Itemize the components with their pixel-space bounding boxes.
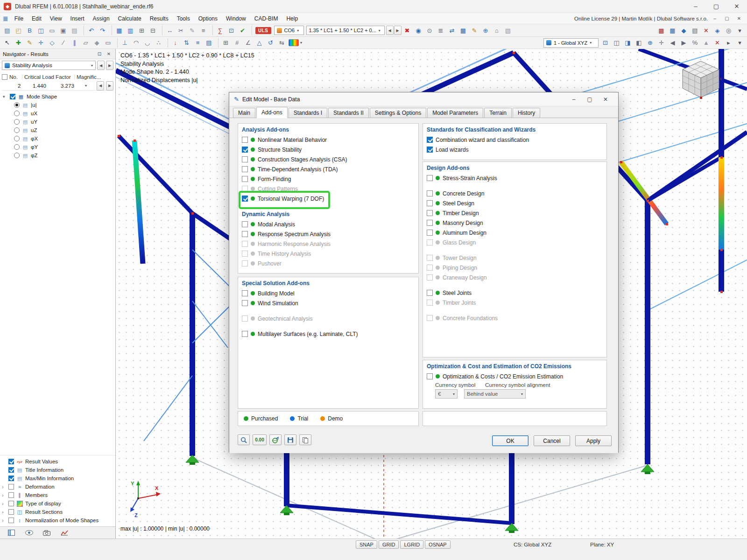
toolbar-icon[interactable]: ▤	[204, 38, 214, 48]
toolbar-icon[interactable]: ≣	[436, 25, 446, 35]
addon-checkbox[interactable]	[427, 175, 433, 181]
display-checkbox[interactable]	[8, 476, 14, 481]
menu-item[interactable]: Calculate	[114, 13, 146, 24]
toolbar-icon[interactable]: ✎	[24, 38, 35, 48]
menu-item[interactable]: Options	[194, 13, 222, 24]
navigation-cube[interactable]: x	[680, 58, 723, 101]
addon-row[interactable]: Construction Stages Analysis (CSA)	[238, 154, 418, 164]
search-button[interactable]	[238, 434, 250, 445]
addon-row[interactable]: Torsional Warping (7 DOF)	[238, 194, 418, 203]
menu-item[interactable]: Insert	[66, 13, 89, 24]
toolbar-icon[interactable]: ↺	[265, 38, 276, 48]
addon-checkbox[interactable]	[242, 176, 248, 182]
optimization-checkbox[interactable]	[427, 373, 433, 379]
addon-checkbox[interactable]	[242, 241, 248, 247]
toolbar-icon[interactable]: ↖	[2, 38, 13, 48]
addon-row[interactable]: Timber Design	[423, 208, 606, 218]
addon-checkbox[interactable]	[242, 147, 248, 153]
menu-item[interactable]: CAD-BIM	[250, 13, 282, 24]
toolbar-icon[interactable]: ◀	[667, 38, 678, 48]
ok-button[interactable]: OK	[492, 435, 529, 446]
toolbar-icon[interactable]: ⊡	[226, 25, 237, 35]
window-minimize-button[interactable]: –	[685, 0, 706, 13]
window-close-button[interactable]: ✕	[726, 0, 747, 13]
dialog-tab[interactable]: Terrain	[484, 108, 512, 118]
mode-radio[interactable]	[14, 111, 20, 116]
addon-row[interactable]: Form-Finding	[238, 174, 418, 184]
display-checkbox[interactable]	[8, 467, 14, 473]
addon-checkbox[interactable]	[427, 290, 433, 296]
snap-toggle-button[interactable]: LGRID	[400, 540, 423, 549]
toolbar-icon[interactable]: ▦	[667, 25, 678, 35]
standards-checkbox[interactable]	[427, 137, 433, 143]
addon-row[interactable]: Pushover	[238, 259, 418, 268]
mdi-maximize-button[interactable]: ▢	[722, 14, 732, 23]
toolbar-icon[interactable]: ≡	[198, 25, 209, 35]
addon-checkbox[interactable]	[427, 210, 433, 216]
mode-shape-option[interactable]: φY	[3, 143, 115, 151]
toolbar-icon[interactable]: ∥	[69, 38, 80, 48]
navigator-close-icon[interactable]: ✕	[105, 50, 113, 58]
addon-checkbox[interactable]	[427, 274, 433, 280]
toolbar-icon[interactable]: ⊡	[600, 38, 611, 48]
addon-row[interactable]: Structure Stability	[238, 145, 418, 154]
analysis-type-selector[interactable]: Stability Analysis ▾	[2, 61, 96, 70]
mode-radio[interactable]	[14, 144, 20, 150]
addon-checkbox[interactable]	[242, 331, 248, 337]
toolbar-icon[interactable]: ✎	[469, 25, 480, 35]
toolbar-icon[interactable]: ◈	[712, 25, 723, 35]
toolbar-icon[interactable]: B	[24, 25, 35, 35]
save-favorite-button[interactable]	[284, 434, 296, 445]
toolbar-icon[interactable]: ▱	[80, 38, 91, 48]
snap-toggle-button[interactable]: OSNAP	[425, 540, 451, 549]
toolbar-icon[interactable]: ⇅	[181, 38, 192, 48]
expander-icon[interactable]	[2, 501, 6, 506]
app-menu-icon[interactable]: ≣	[3, 15, 8, 22]
toolbar-icon[interactable]: #	[232, 38, 242, 48]
toolbar-icon[interactable]: ◰	[13, 25, 24, 35]
toolbar-icon[interactable]: △	[254, 38, 265, 48]
toolbar-icon[interactable]: ✛	[656, 38, 667, 48]
dialog-titlebar[interactable]: ✎ Edit Model - Base Data – ▢ ✕	[229, 92, 618, 106]
addon-row[interactable]: Harmonic Response Analysis	[238, 239, 418, 249]
mode-radio[interactable]	[14, 153, 20, 158]
menu-item[interactable]: Results	[146, 13, 173, 24]
toolbar-icon[interactable]: ↷	[97, 25, 108, 35]
display-checkbox[interactable]	[8, 501, 14, 506]
optimization-row[interactable]: Optimization & Costs / CO2 Emission Esti…	[423, 371, 606, 381]
color-scale-icon[interactable]	[289, 39, 299, 46]
apply-button[interactable]: Apply	[575, 435, 612, 446]
load-formula-combo[interactable]: 1.35 * LC1 + 1.50 * LC2 + 0... ▾	[306, 26, 385, 35]
toolbar-icon[interactable]: %	[690, 38, 700, 48]
toolbar-icon[interactable]: ⊟	[148, 25, 158, 35]
addon-checkbox[interactable]	[427, 220, 433, 226]
toolbar-icon[interactable]: ▸	[723, 38, 734, 48]
toolbar-icon[interactable]: ⊙	[424, 25, 435, 35]
toolbar-icon[interactable]: ✕	[701, 25, 712, 35]
display-option-row[interactable]: Title Information	[2, 466, 115, 474]
dialog-tab[interactable]: Settings & Options	[370, 108, 426, 118]
toolbar-icon[interactable]: ▦	[114, 25, 125, 35]
window-titlebar[interactable]: ◆ Dlubal RFEM | 6.01.0018 | Stahlhalle_w…	[0, 0, 747, 13]
addon-row[interactable]: Steel Joints	[423, 288, 606, 298]
mode-radio[interactable]	[14, 119, 20, 125]
toolbar-icon[interactable]: ∑	[215, 25, 226, 35]
standards-row[interactable]: Load wizards	[423, 145, 606, 154]
addon-checkbox[interactable]	[242, 186, 248, 192]
toolbar-icon[interactable]: ✔	[237, 25, 248, 35]
toolbar-icon[interactable]: ✂	[176, 25, 186, 35]
decimal-places-button[interactable]: 0.00	[253, 434, 267, 445]
chevron-down-icon[interactable]: ▾	[85, 84, 87, 88]
toolbar-icon[interactable]: ⊕	[645, 38, 655, 48]
toolbar-icon[interactable]: ▩	[656, 25, 667, 35]
toolbar-icon[interactable]: ⊞	[136, 25, 147, 35]
addon-row[interactable]: Time History Analysis	[238, 249, 418, 259]
mode-shape-option[interactable]: uY	[3, 118, 115, 126]
toolbar-icon[interactable]: ↔	[164, 25, 175, 35]
expander-icon[interactable]	[2, 518, 6, 523]
table-row[interactable]: 2 1.440 3.273 ▾ ◀ ▶	[2, 81, 113, 90]
addon-checkbox[interactable]	[242, 300, 248, 306]
toolbar-icon[interactable]: ▦	[458, 25, 469, 35]
toolbar-icon[interactable]: ↓	[170, 38, 181, 48]
menu-item[interactable]: Assign	[89, 13, 114, 24]
